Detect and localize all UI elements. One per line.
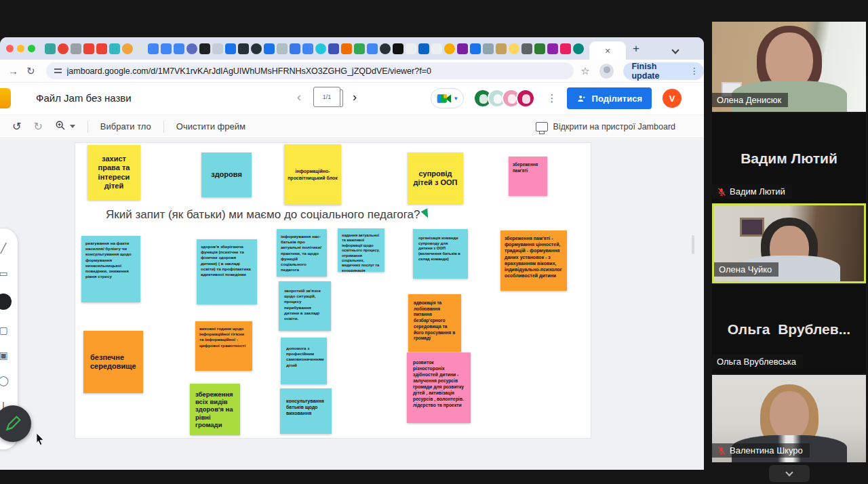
pinned-tab-favicon[interactable] bbox=[199, 43, 210, 54]
pen-icon[interactable]: ╱ bbox=[1, 243, 6, 253]
sticky-note[interactable]: супровід дітей з ООП bbox=[408, 153, 463, 204]
forward-icon[interactable]: → bbox=[8, 65, 18, 77]
file-title[interactable]: Файл Jam без назви bbox=[36, 92, 132, 104]
pinned-tab-favicon[interactable] bbox=[457, 43, 468, 54]
pinned-tab-favicon[interactable] bbox=[225, 43, 236, 54]
window-minimize-button[interactable] bbox=[17, 45, 24, 52]
pinned-tab-favicon[interactable] bbox=[277, 43, 288, 54]
pinned-tab-favicon[interactable] bbox=[302, 43, 313, 54]
sticky-note[interactable]: захист права та інтереси дітей bbox=[87, 145, 140, 200]
pinned-tab-favicon[interactable] bbox=[393, 43, 403, 54]
window-close-button[interactable] bbox=[6, 45, 14, 52]
redo-icon[interactable]: ↻ bbox=[33, 120, 42, 133]
participant-tile[interactable]: Олена Денисюк bbox=[712, 22, 866, 112]
pinned-tab-favicon[interactable] bbox=[148, 43, 159, 54]
sticky-note[interactable]: реагування на факти насилля/ булінгу чи … bbox=[81, 236, 140, 302]
select-tool-icon[interactable]: ● bbox=[0, 294, 12, 310]
pinned-tab-favicon[interactable] bbox=[290, 43, 300, 54]
clear-frame-button[interactable]: Очистити фрейм bbox=[176, 121, 245, 132]
pinned-tab-favicon[interactable] bbox=[109, 43, 120, 54]
pinned-tab-favicon[interactable] bbox=[238, 43, 249, 54]
bookmark-star-icon[interactable]: ☆ bbox=[580, 65, 589, 77]
open-on-device-button[interactable]: Відкрити на пристрої Jamboard bbox=[536, 122, 675, 132]
eraser-icon[interactable]: ▭ bbox=[0, 268, 8, 278]
site-info-icon[interactable] bbox=[54, 68, 62, 73]
sticky-note[interactable]: інформування нас-батьків про актуальні п… bbox=[277, 229, 327, 277]
pinned-tab-favicon[interactable] bbox=[431, 43, 442, 54]
pinned-tab-favicon[interactable] bbox=[264, 43, 275, 54]
pinned-tab-favicon[interactable] bbox=[406, 43, 416, 54]
browser-menu-icon[interactable]: ⋮ bbox=[690, 66, 699, 76]
pinned-tab-favicon[interactable] bbox=[45, 43, 56, 54]
pinned-tab-favicon[interactable] bbox=[483, 43, 494, 54]
pinned-tab-favicon[interactable] bbox=[212, 43, 223, 54]
sticky-note-icon[interactable]: ▢ bbox=[0, 325, 8, 335]
address-bar[interactable]: jamboard.google.com/d/1M7VK1rvKArJdIAgUI… bbox=[46, 62, 574, 79]
pinned-tab-favicon[interactable] bbox=[251, 43, 262, 54]
sticky-note[interactable]: консультування батьків щодо виховання bbox=[280, 388, 332, 434]
sticky-note[interactable]: виховні години щодо інформаційної гігієн… bbox=[195, 321, 252, 371]
pinned-tab-favicon[interactable] bbox=[573, 43, 584, 54]
sticky-note[interactable]: збереження всіх видів здоров'я на рівні … bbox=[190, 384, 240, 435]
pinned-tab-favicon[interactable] bbox=[315, 43, 326, 54]
sticky-note[interactable]: безпечне середовище bbox=[83, 331, 143, 393]
sticky-note[interactable]: інформаційно-просвітницький блок bbox=[284, 144, 341, 205]
pinned-tab-favicon[interactable] bbox=[135, 43, 146, 54]
participant-tile[interactable]: Ольга Врублев...Ольга Врублевська bbox=[712, 285, 866, 374]
pinned-tab-favicon[interactable] bbox=[560, 43, 571, 54]
tab-overflow-chevron-icon[interactable] bbox=[673, 43, 678, 56]
pinned-tab-favicon[interactable] bbox=[328, 43, 339, 54]
frame-indicator[interactable]: 1/1 bbox=[313, 87, 340, 107]
pinned-tab-favicon[interactable] bbox=[418, 43, 429, 54]
pinned-tab-favicon[interactable] bbox=[161, 43, 172, 54]
sticky-note[interactable]: розвиток різностороніх здібностей дитини… bbox=[407, 352, 471, 423]
pinned-tab-favicon[interactable] bbox=[354, 43, 365, 54]
pinned-tab-favicon[interactable] bbox=[96, 43, 107, 54]
zoom-tool-icon[interactable] bbox=[55, 120, 66, 133]
sticky-note[interactable]: здоров'я зберігаюча функція (психічне та… bbox=[197, 239, 257, 304]
participant-tile[interactable]: Вадим ЛютийВадим Лютий bbox=[712, 113, 866, 203]
sticky-note[interactable]: здоровя bbox=[201, 153, 252, 197]
pinned-tab-favicon[interactable] bbox=[496, 43, 507, 54]
pinned-tab-favicon[interactable] bbox=[71, 43, 81, 54]
sticky-note[interactable]: надання актуальної та важливої інформаці… bbox=[338, 228, 384, 272]
sticky-note[interactable]: зворотній зв'язок щодо ситуацій, процесу… bbox=[279, 281, 331, 331]
pinned-tab-favicon[interactable] bbox=[122, 43, 133, 54]
pinned-tab-favicon[interactable] bbox=[521, 43, 532, 54]
account-avatar[interactable]: V bbox=[663, 89, 682, 108]
window-zoom-button[interactable] bbox=[28, 45, 35, 52]
pinned-tab-favicon[interactable] bbox=[58, 43, 68, 54]
choose-background-button[interactable]: Вибрати тло bbox=[100, 121, 151, 132]
sticky-note[interactable]: збереження пам'яті bbox=[509, 157, 547, 196]
sticky-note[interactable]: організація команди супроводу для дитини… bbox=[413, 229, 468, 279]
collapse-videos-button[interactable] bbox=[769, 465, 810, 482]
pinned-tab-favicon[interactable] bbox=[547, 43, 558, 54]
pinned-tab-favicon[interactable] bbox=[534, 43, 545, 54]
image-icon[interactable]: ▣ bbox=[0, 350, 8, 360]
participant-tile[interactable]: Олена Чуйко bbox=[712, 203, 866, 283]
participant-tile[interactable]: Валентина Шкуро bbox=[712, 375, 866, 462]
new-tab-button[interactable]: + bbox=[633, 42, 639, 56]
active-tab[interactable]: × bbox=[589, 41, 626, 60]
pinned-tab-favicon[interactable] bbox=[509, 43, 519, 54]
pinned-tab-favicon[interactable] bbox=[367, 43, 378, 54]
pinned-tab-favicon[interactable] bbox=[380, 43, 391, 54]
sticky-note[interactable]: допомога з професійним самовизначенням д… bbox=[281, 338, 327, 384]
sticky-note[interactable]: адвокація та лобіювання питання безбар'є… bbox=[408, 294, 461, 352]
reload-icon[interactable]: ↻ bbox=[26, 65, 35, 77]
panel-resize-handle[interactable] bbox=[692, 235, 694, 254]
pinned-tab-favicon[interactable] bbox=[174, 43, 184, 54]
pinned-tab-favicon[interactable] bbox=[341, 43, 352, 54]
shape-icon[interactable]: ◯ bbox=[0, 376, 9, 385]
pinned-tab-favicon[interactable] bbox=[186, 43, 197, 54]
finish-update-button[interactable]: Finish update ⋮ bbox=[623, 62, 704, 80]
pinned-tab-favicon[interactable] bbox=[444, 43, 455, 54]
meet-presentation-button[interactable]: ▾ bbox=[431, 88, 464, 108]
tab-close-icon[interactable]: × bbox=[605, 45, 610, 56]
more-options-icon[interactable]: ⋮ bbox=[547, 92, 557, 104]
zoom-caret-icon[interactable] bbox=[70, 125, 75, 128]
pinned-tab-favicon[interactable] bbox=[83, 43, 94, 54]
browser-profile-avatar[interactable] bbox=[599, 64, 614, 79]
share-button[interactable]: Поділитися bbox=[567, 87, 652, 109]
pinned-tab-favicon[interactable] bbox=[470, 43, 481, 54]
